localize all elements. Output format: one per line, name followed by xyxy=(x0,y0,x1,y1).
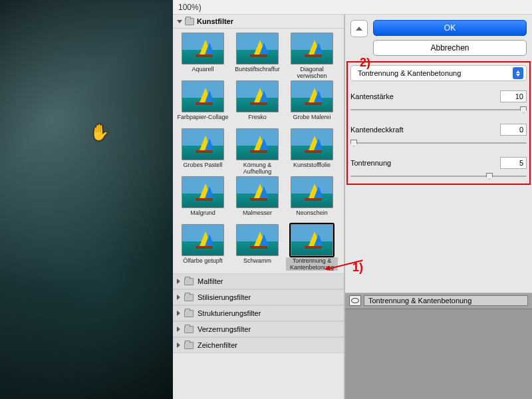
category-label: Stilisierungsfilter xyxy=(198,293,251,301)
thumb-label: Tontrennung & Kantenbetonung xyxy=(286,257,338,271)
category-label: Strukturierungsfilter xyxy=(198,309,261,317)
category-header-collapsed[interactable]: Zeichenfilter xyxy=(173,337,344,353)
param-kantenstaerke: Kantenstärke xyxy=(350,90,527,114)
visibility-eye-icon[interactable] xyxy=(349,295,361,306)
category-header-collapsed[interactable]: Malfilter xyxy=(173,273,344,289)
param-label: Kantenstärke xyxy=(350,92,394,100)
filter-select[interactable]: Tontrennung & Kantenbetonung xyxy=(350,65,527,81)
category-header-collapsed[interactable]: Verzerrungsfilter xyxy=(173,321,344,337)
effect-layers-panel: Tontrennung & Kantenbetonung xyxy=(345,293,532,400)
filter-thumb[interactable]: Schwamm xyxy=(231,224,283,271)
thumb-label: Ölfarbe getupft xyxy=(177,257,229,271)
thumb-label: Farbpapier-Collage xyxy=(177,114,229,127)
thumb-label: Kunststofffolie xyxy=(286,162,338,175)
thumb-label: Diagonal verwischen xyxy=(286,66,338,79)
annotation-label-1: 1) xyxy=(352,261,363,275)
filter-thumb[interactable]: Buntstiftschraffur xyxy=(231,33,283,79)
cancel-button[interactable]: Abbrechen xyxy=(373,40,527,56)
window-title: 100%) xyxy=(173,0,532,15)
disclosure-right-icon xyxy=(177,327,180,332)
slider-kantendeckkraft[interactable] xyxy=(350,138,527,148)
annotation-label-2: 2) xyxy=(360,56,370,70)
folder-icon xyxy=(185,18,194,25)
thumb-label: Aquarell xyxy=(177,66,229,79)
disclosure-right-icon xyxy=(177,279,180,284)
slider-tontrennung[interactable] xyxy=(350,172,527,181)
options-panel: OK Abbrechen Tontrennung & Kantenbetonun… xyxy=(344,15,532,399)
collapse-button[interactable] xyxy=(350,20,368,37)
param-input-kantenstaerke[interactable] xyxy=(500,90,527,102)
category-header-collapsed[interactable]: Strukturierungsfilter xyxy=(173,305,344,321)
folder-icon xyxy=(184,278,194,285)
hand-cursor-icon: ✋ xyxy=(90,123,110,142)
thumb-label: Buntstiftschraffur xyxy=(231,66,283,79)
preview-canvas[interactable]: ✋ xyxy=(0,0,173,399)
filter-thumb[interactable]: Malmesser xyxy=(231,176,283,223)
category-header-kunstfilter[interactable]: Kunstfilter xyxy=(173,15,344,29)
thumb-label: Grobe Malerei xyxy=(286,114,338,127)
filter-thumb[interactable]: Tontrennung & Kantenbetonung xyxy=(286,224,338,271)
collapsed-categories: MalfilterStilisierungsfilterStrukturieru… xyxy=(173,273,344,353)
filter-thumb[interactable]: Malgrund xyxy=(177,176,229,223)
thumb-label: Schwamm xyxy=(231,257,283,271)
folder-icon xyxy=(184,326,194,333)
folder-icon xyxy=(184,310,194,317)
disclosure-right-icon xyxy=(177,311,180,316)
filter-thumb[interactable]: Ölfarbe getupft xyxy=(177,224,229,271)
layer-row[interactable]: Tontrennung & Kantenbetonung xyxy=(345,293,532,309)
filter-thumb[interactable]: Farbpapier-Collage xyxy=(177,80,229,127)
filter-parameters-group: Tontrennung & Kantenbetonung Kantenstärk… xyxy=(350,65,527,181)
filter-gallery-panel: Kunstfilter AquarellBuntstiftschraffurDi… xyxy=(173,15,344,399)
disclosure-right-icon xyxy=(177,342,180,348)
filter-thumb[interactable]: Grobes Pastell xyxy=(177,128,229,175)
filter-thumb[interactable]: Aquarell xyxy=(177,33,229,79)
folder-icon xyxy=(184,342,194,349)
category-label: Zeichenfilter xyxy=(198,341,237,349)
filter-thumb[interactable]: Diagonal verwischen xyxy=(286,33,338,79)
chevron-up-icon xyxy=(356,27,362,31)
param-label: Kantendeckkraft xyxy=(350,126,404,134)
param-kantendeckkraft: Kantendeckkraft xyxy=(350,124,527,148)
thumb-label: Grobes Pastell xyxy=(177,162,229,175)
folder-icon xyxy=(184,294,194,301)
param-tontrennung: Tontrennung xyxy=(350,157,527,181)
select-stepper-icon xyxy=(513,67,523,79)
param-input-kantendeckkraft[interactable] xyxy=(500,124,527,136)
category-header-collapsed[interactable]: Stilisierungsfilter xyxy=(173,289,344,305)
filter-thumb[interactable]: Fresko xyxy=(231,80,283,127)
filter-thumb[interactable]: Grobe Malerei xyxy=(286,80,338,127)
thumb-label: Malmesser xyxy=(231,209,283,223)
layer-name: Tontrennung & Kantenbetonung xyxy=(364,295,528,306)
filter-thumb[interactable]: Kunststofffolie xyxy=(286,128,338,175)
filter-thumbnails-grid: AquarellBuntstiftschraffurDiagonal verwi… xyxy=(173,29,344,273)
thumb-label: Körnung & Aufhellung xyxy=(231,162,283,175)
ok-button[interactable]: OK xyxy=(373,20,527,36)
category-label: Kunstfilter xyxy=(197,17,233,25)
filter-select-label: Tontrennung & Kantenbetonung xyxy=(358,69,461,77)
filter-thumb[interactable]: Körnung & Aufhellung xyxy=(231,128,283,175)
thumb-label: Neonschein xyxy=(286,209,338,223)
thumb-label: Malgrund xyxy=(177,209,229,223)
category-label: Verzerrungsfilter xyxy=(198,325,251,333)
category-label: Malfilter xyxy=(198,277,223,285)
disclosure-right-icon xyxy=(177,295,180,300)
param-input-tontrennung[interactable] xyxy=(500,157,527,169)
disclosure-down-icon xyxy=(177,20,182,23)
filter-thumb[interactable]: Neonschein xyxy=(286,176,338,223)
slider-kantenstaerke[interactable] xyxy=(350,105,527,114)
param-label: Tontrennung xyxy=(350,159,391,167)
thumb-label: Fresko xyxy=(231,114,283,127)
